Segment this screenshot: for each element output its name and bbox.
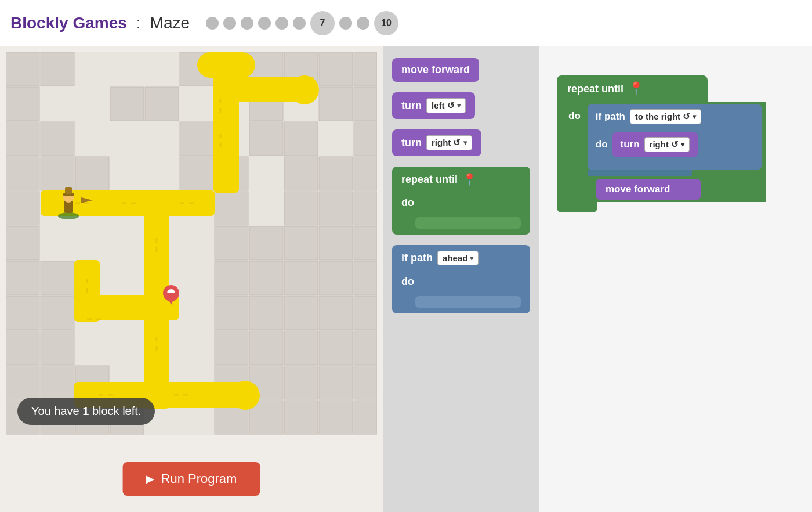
chevron-down-icon-3: ▾ bbox=[470, 254, 473, 262]
ws-move-forward-block[interactable]: move forward bbox=[596, 179, 701, 200]
level-7-dot[interactable]: 7 bbox=[310, 11, 335, 35]
level-1-dot[interactable] bbox=[206, 17, 219, 30]
svg-rect-60 bbox=[354, 331, 377, 365]
svg-rect-1 bbox=[6, 52, 39, 86]
svg-rect-57 bbox=[249, 331, 283, 365]
svg-rect-105 bbox=[65, 187, 72, 194]
chevron-down-icon-5: ▾ bbox=[681, 140, 684, 149]
repeat-do-row: do bbox=[392, 192, 530, 214]
repeat-do-label: do bbox=[401, 197, 414, 209]
svg-rect-54 bbox=[6, 331, 39, 365]
svg-rect-30 bbox=[215, 192, 248, 225]
chevron-down-icon: ▾ bbox=[457, 102, 461, 110]
svg-rect-33 bbox=[354, 192, 377, 225]
svg-rect-24 bbox=[180, 157, 213, 190]
level-2-dot[interactable] bbox=[223, 17, 236, 30]
level-5-dot[interactable] bbox=[276, 17, 288, 30]
maze-canvas: You have 1 block left. bbox=[6, 52, 377, 435]
ws-right-dropdown[interactable]: right ↺ ▾ bbox=[644, 137, 690, 152]
svg-rect-40 bbox=[6, 261, 39, 295]
maze-svg bbox=[6, 52, 377, 435]
svg-rect-8 bbox=[354, 52, 377, 86]
svg-rect-31 bbox=[284, 192, 318, 225]
svg-rect-37 bbox=[284, 226, 318, 260]
level-9-dot[interactable] bbox=[357, 17, 369, 30]
svg-rect-43 bbox=[249, 261, 283, 295]
svg-rect-47 bbox=[6, 296, 39, 330]
svg-rect-28 bbox=[354, 157, 377, 190]
level-4-dot[interactable] bbox=[258, 17, 271, 30]
run-button-area: ▶ Run Program bbox=[123, 462, 260, 496]
svg-rect-56 bbox=[215, 331, 248, 365]
svg-rect-62 bbox=[41, 366, 74, 399]
if-body bbox=[392, 293, 530, 313]
svg-rect-80 bbox=[197, 52, 255, 78]
svg-rect-61 bbox=[6, 366, 39, 399]
chevron-down-icon-2: ▾ bbox=[463, 139, 467, 147]
ws-if-do-row: do turn right ↺ ▾ bbox=[588, 129, 762, 160]
svg-rect-46 bbox=[354, 261, 377, 295]
level-10-dot[interactable]: 10 bbox=[374, 11, 398, 35]
toolbox-turn-right-block[interactable]: turn right ↺ ▾ bbox=[392, 129, 481, 156]
svg-rect-50 bbox=[249, 296, 283, 330]
svg-rect-22 bbox=[41, 157, 74, 190]
run-program-button[interactable]: ▶ Run Program bbox=[123, 462, 260, 496]
if-path-label: if path bbox=[401, 252, 433, 264]
svg-rect-23 bbox=[75, 157, 109, 190]
ws-move-forward-label: move forward bbox=[606, 183, 670, 195]
svg-rect-44 bbox=[284, 261, 318, 295]
svg-rect-35 bbox=[215, 226, 248, 260]
svg-rect-49 bbox=[215, 296, 248, 330]
run-button-label: Run Program bbox=[161, 471, 237, 486]
turn-left-value: left ↺ bbox=[432, 100, 455, 111]
svg-rect-29 bbox=[6, 192, 39, 225]
toolbox-if-path-block[interactable]: if path ahead ▾ do bbox=[392, 245, 530, 313]
svg-rect-14 bbox=[354, 87, 377, 121]
svg-rect-27 bbox=[319, 157, 353, 190]
title-separator: : bbox=[136, 14, 141, 33]
svg-rect-67 bbox=[319, 366, 353, 399]
ws-if-bottom-arm bbox=[588, 170, 692, 176]
pin-icon: 📍 bbox=[462, 172, 477, 186]
svg-rect-26 bbox=[284, 157, 318, 190]
if-do-label: do bbox=[401, 276, 414, 287]
turn-right-dropdown[interactable]: right ↺ ▾ bbox=[426, 135, 472, 150]
svg-rect-36 bbox=[249, 226, 283, 260]
if-path-dropdown[interactable]: ahead ▾ bbox=[437, 251, 478, 265]
ws-turn-right-block[interactable]: turn right ↺ ▾ bbox=[612, 132, 698, 157]
turn-left-dropdown[interactable]: left ↺ ▾ bbox=[426, 98, 466, 113]
turn-right-label: turn bbox=[401, 137, 422, 149]
toolbox-repeat-block[interactable]: repeat until 📍 do bbox=[392, 167, 530, 235]
svg-rect-9 bbox=[6, 87, 39, 121]
ws-if-path-header[interactable]: if path to the right ↺ ▾ bbox=[588, 104, 762, 129]
svg-rect-48 bbox=[41, 296, 74, 330]
svg-rect-20 bbox=[354, 122, 377, 156]
maze-area: You have 1 block left. ▶ Run Program bbox=[0, 46, 383, 512]
svg-rect-41 bbox=[41, 261, 74, 295]
svg-rect-16 bbox=[41, 122, 74, 156]
workspace-repeat-block[interactable]: repeat until 📍 do if path to the rig bbox=[557, 75, 766, 212]
header: Blockly Games : Maze 7 10 bbox=[0, 0, 812, 46]
if-path-value: ahead bbox=[443, 253, 467, 263]
svg-rect-21 bbox=[6, 157, 39, 190]
svg-rect-39 bbox=[354, 226, 377, 260]
chevron-down-icon-4: ▾ bbox=[693, 113, 696, 121]
level-6-dot[interactable] bbox=[293, 17, 306, 30]
svg-rect-19 bbox=[284, 122, 318, 156]
level-selector: 7 10 bbox=[206, 11, 398, 35]
ws-to-the-right-value: to the right ↺ bbox=[635, 111, 691, 122]
svg-rect-18 bbox=[249, 122, 283, 156]
status-suffix: block left. bbox=[89, 405, 141, 417]
level-8-dot[interactable] bbox=[339, 17, 352, 30]
toolbox-turn-left-block[interactable]: turn left ↺ ▾ bbox=[392, 92, 475, 119]
svg-rect-66 bbox=[284, 366, 318, 399]
repeat-until-label: repeat until bbox=[401, 174, 458, 186]
svg-rect-13 bbox=[319, 87, 353, 121]
level-3-dot[interactable] bbox=[241, 17, 253, 30]
svg-rect-2 bbox=[41, 52, 74, 86]
svg-rect-55 bbox=[41, 331, 74, 365]
ws-to-the-right-dropdown[interactable]: to the right ↺ ▾ bbox=[630, 109, 702, 124]
turn-left-label: turn bbox=[401, 100, 422, 112]
toolbox-move-forward-block[interactable]: move forward bbox=[392, 58, 479, 82]
svg-rect-10 bbox=[110, 87, 144, 121]
